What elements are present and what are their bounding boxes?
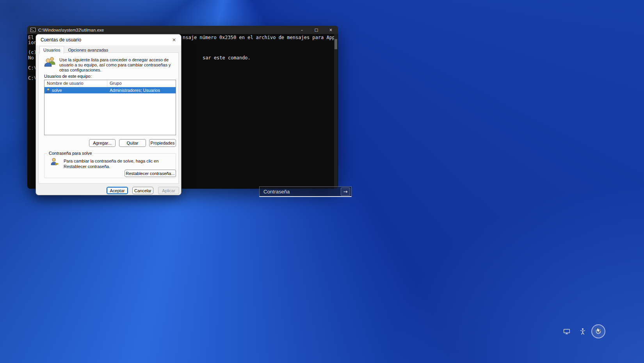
console-text-fragment: No [28, 55, 34, 60]
ok-button[interactable]: Aceptar [107, 187, 128, 194]
properties-button[interactable]: Propiedades [149, 139, 176, 147]
groupbox-text: Para cambiar la contraseña de solve, hag… [64, 159, 173, 170]
user-name-cell: solve [44, 88, 107, 93]
close-icon[interactable]: × [324, 26, 338, 34]
console-scrollbar[interactable] [334, 34, 338, 189]
users-icon [44, 56, 56, 68]
password-groupbox: Contraseña para solve Para cambiar la co… [44, 153, 176, 178]
minimize-icon[interactable]: – [295, 26, 309, 34]
column-header-name[interactable]: Nombre de usuario [44, 80, 107, 87]
user-key-icon [50, 157, 59, 167]
groupbox-label: Contraseña para solve [47, 151, 94, 156]
tab-opciones-avanzadas[interactable]: Opciones avanzadas [64, 46, 112, 54]
user-icon [46, 88, 51, 93]
console-text-fragment: nsaje número 0x2350 en el archivo de men… [183, 35, 338, 40]
accessibility-icon[interactable] [579, 328, 586, 335]
add-button[interactable]: Agregar... [89, 139, 116, 147]
console-icon [30, 27, 36, 32]
apply-button-disabled: Aplicar [158, 187, 179, 194]
user-row-solve[interactable]: solve Administradores; Usuarios [44, 87, 176, 93]
remove-button[interactable]: Quitar [119, 139, 146, 147]
users-listbox: Nombre de usuario Grupo solve Administra… [44, 80, 176, 135]
network-icon[interactable] [563, 328, 570, 335]
login-screen: { "console": { "title": "C:\\Windows\\sy… [0, 0, 644, 363]
password-placeholder: Contraseña [260, 189, 290, 195]
close-icon[interactable]: × [171, 36, 178, 43]
list-label: Usuarios de este equipo: [44, 74, 92, 79]
dialog-titlebar[interactable]: Cuentas de usuario × [36, 34, 181, 45]
mouse-cursor [596, 327, 603, 335]
scrollbar-thumb[interactable] [334, 39, 337, 49]
tab-usuarios[interactable]: Usuarios [39, 46, 64, 54]
dialog-title: Cuentas de usuario [41, 37, 81, 43]
user-accounts-dialog: Cuentas de usuario × Usuarios Opciones a… [36, 34, 181, 195]
column-header-group[interactable]: Grupo [107, 80, 176, 87]
console-text-fragment: sar este comando. [203, 55, 251, 60]
tab-page-usuarios: Use la siguiente lista para conceder o d… [38, 52, 179, 184]
cancel-button[interactable]: Cancelar [132, 187, 153, 194]
dialog-description: Use la siguiente lista para conceder o d… [59, 57, 181, 73]
window-controls: – □ × [295, 26, 338, 34]
password-field[interactable]: Contraseña → [259, 186, 352, 197]
user-name: solve [52, 88, 62, 93]
reset-password-button[interactable]: Restablecer contraseña... [125, 170, 176, 177]
list-header: Nombre de usuario Grupo [44, 80, 176, 87]
console-title: C:\Windows\system32\utilman.exe [38, 28, 295, 32]
tab-bar: Usuarios Opciones avanzadas [39, 46, 112, 54]
user-group: Administradores; Usuarios [107, 88, 176, 93]
submit-arrow-icon[interactable]: → [341, 188, 350, 196]
console-text-fragment: El [28, 35, 34, 40]
maximize-icon[interactable]: □ [309, 26, 324, 34]
console-titlebar[interactable]: C:\Windows\system32\utilman.exe – □ × [27, 26, 338, 34]
